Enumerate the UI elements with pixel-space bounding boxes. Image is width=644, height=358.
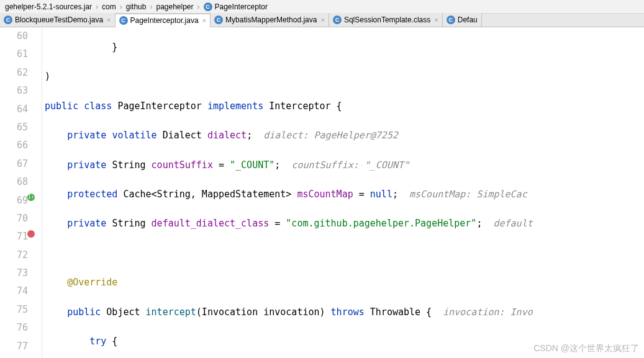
code-area[interactable]: } ) public class PageInterceptor impleme… [42, 27, 644, 358]
code-line: public Object intercept(Invocation invoc… [42, 303, 644, 321]
breadcrumb: gehelper-5.2.1-sources.jar › com › githu… [0, 0, 644, 14]
java-class-icon: C [119, 16, 128, 25]
tab-defau[interactable]: CDefau [443, 13, 482, 27]
crumb-pagehelper[interactable]: pagehelper [153, 2, 196, 11]
crumb-class[interactable]: CPageInterceptor [201, 2, 270, 11]
code-line: private String countSuffix = "_COUNT"; c… [42, 156, 644, 174]
line-number: 67 [0, 155, 28, 173]
override-icon[interactable]: I↑ [26, 192, 36, 202]
java-class-icon: C [4, 16, 12, 24]
chevron-right-icon: › [119, 2, 124, 11]
editor-tabbar: CBlockqueueTestDemo.java× CPageIntercept… [0, 14, 644, 27]
line-number: 73 [0, 264, 28, 282]
line-number: 62 [0, 64, 28, 82]
code-line: } [42, 38, 644, 56]
tab-pageinterceptor[interactable]: CPageInterceptor.java× [116, 14, 211, 27]
close-tab-icon[interactable]: × [320, 16, 324, 24]
line-number: 69 [0, 192, 28, 210]
breakpoint-icon[interactable] [26, 229, 36, 239]
line-number: 64 [0, 101, 28, 119]
class-icon: C [204, 2, 212, 11]
code-editor[interactable]: 60 61 62 63 64 65 66 67 68 69 70 71 72 7… [0, 27, 644, 358]
java-class-icon: C [333, 16, 342, 24]
tab-mybatismapper[interactable]: CMybatisMapperMethod.java× [211, 13, 329, 27]
tab-sqlsession[interactable]: CSqlSessionTemplate.class× [329, 13, 443, 27]
code-line: private volatile Dialect dialect; dialec… [42, 127, 644, 145]
line-number: 63 [0, 82, 28, 100]
code-line: private String default_dialect_class = "… [42, 215, 644, 233]
line-number: 66 [0, 136, 28, 154]
crumb-com[interactable]: com [99, 2, 119, 11]
java-class-icon: C [214, 16, 223, 24]
line-number: 74 [0, 282, 28, 300]
code-line: protected Cache<String, MappedStatement>… [42, 186, 644, 204]
crumb-github[interactable]: github [124, 2, 149, 11]
crumb-jar[interactable]: gehelper-5.2.1-sources.jar [2, 2, 94, 11]
code-line: try { [42, 333, 644, 351]
line-number: 72 [0, 246, 28, 264]
close-tab-icon[interactable]: × [202, 17, 206, 24]
code-line: @Override [42, 274, 644, 292]
line-number-gutter[interactable]: 60 61 62 63 64 65 66 67 68 69 70 71 72 7… [0, 27, 42, 358]
line-number: 71 [0, 228, 28, 246]
line-number: 68 [0, 173, 28, 191]
close-tab-icon[interactable]: × [434, 16, 438, 24]
java-class-icon: C [447, 16, 455, 24]
line-number: 65 [0, 119, 28, 136]
code-line: public class PageInterceptor implements … [42, 97, 644, 115]
tab-blockqueue[interactable]: CBlockqueueTestDemo.java× [0, 13, 116, 27]
line-number: 70 [0, 210, 28, 228]
line-number: 60 [0, 27, 28, 45]
line-number: 77 [0, 338, 28, 356]
chevron-right-icon: › [94, 2, 99, 11]
line-number: 75 [0, 301, 28, 319]
line-number: 61 [0, 45, 28, 63]
code-line: ) [42, 68, 644, 86]
code-line [42, 244, 644, 262]
close-tab-icon[interactable]: × [107, 16, 111, 24]
chevron-right-icon: › [148, 2, 153, 11]
line-number: 76 [0, 319, 28, 337]
chevron-right-icon: › [196, 2, 201, 11]
